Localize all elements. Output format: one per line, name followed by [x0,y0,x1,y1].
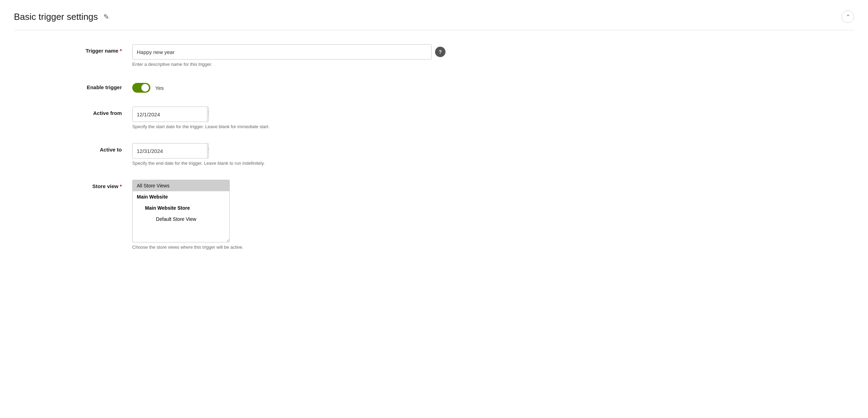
store-view-select[interactable]: All Store Views Main Website Main Websit… [132,180,230,242]
enable-trigger-field: Yes [132,81,445,93]
store-view-hint: Choose the store views where this trigge… [132,245,445,250]
page-title: Basic trigger settings [14,11,98,22]
active-to-input[interactable] [133,145,207,157]
active-to-calendar-button[interactable]: 📅 [207,143,209,158]
enable-trigger-label: Enable trigger [35,81,132,90]
required-star: * [120,48,122,54]
collapse-button[interactable]: ⌃ [842,10,854,23]
enable-trigger-row: Enable trigger Yes [35,81,501,93]
trigger-name-hint: Enter a descriptive name for this trigge… [132,62,445,67]
help-icon[interactable]: ? [435,47,445,57]
page-container: Basic trigger settings ✎ ⌃ Trigger name*… [0,0,868,418]
active-to-input-wrapper: 📅 [132,143,209,158]
trigger-name-label: Trigger name* [35,44,132,54]
active-from-row: Active from 📅 Specify the start date for… [35,107,501,129]
active-from-input-wrapper: 📅 [132,107,209,122]
active-from-label: Active from [35,107,132,116]
store-option-all[interactable]: All Store Views [133,180,229,191]
store-view-field: All Store Views Main Website Main Websit… [132,180,445,250]
section-title-group: Basic trigger settings ✎ [14,11,109,22]
toggle-thumb [141,84,149,92]
section-header: Basic trigger settings ✎ ⌃ [14,10,854,30]
trigger-name-input[interactable] [132,44,432,60]
active-to-hint: Specify the end date for the trigger. Le… [132,161,445,166]
form-body: Trigger name* ? Enter a descriptive name… [14,44,501,250]
store-view-row: Store view* All Store Views Main Website… [35,180,501,250]
active-from-field: 📅 Specify the start date for the trigger… [132,107,445,129]
collapse-icon: ⌃ [846,14,850,20]
calendar-icon: 📅 [207,110,209,118]
enable-trigger-toggle[interactable] [132,83,150,93]
toggle-wrapper: Yes [132,81,445,93]
store-option-default-store[interactable]: Default Store View [133,214,229,225]
store-view-label: Store view* [35,180,132,189]
active-to-label: Active to [35,143,132,153]
active-from-calendar-button[interactable]: 📅 [207,107,209,122]
active-to-field: 📅 Specify the end date for the trigger. … [132,143,445,166]
active-from-hint: Specify the start date for the trigger. … [132,124,445,129]
store-option-main-website-store[interactable]: Main Website Store [133,202,229,214]
trigger-name-field: ? Enter a descriptive name for this trig… [132,44,445,67]
toggle-track [132,83,150,93]
trigger-name-input-wrapper: ? [132,44,445,60]
active-to-row: Active to 📅 Specify the end date for the… [35,143,501,166]
store-option-main-website[interactable]: Main Website [133,191,229,202]
active-from-input[interactable] [133,109,207,120]
trigger-name-row: Trigger name* ? Enter a descriptive name… [35,44,501,67]
edit-icon[interactable]: ✎ [103,13,109,21]
store-view-required-star: * [120,183,122,189]
calendar-icon-to: 📅 [207,147,209,155]
toggle-yes-label: Yes [155,85,164,91]
